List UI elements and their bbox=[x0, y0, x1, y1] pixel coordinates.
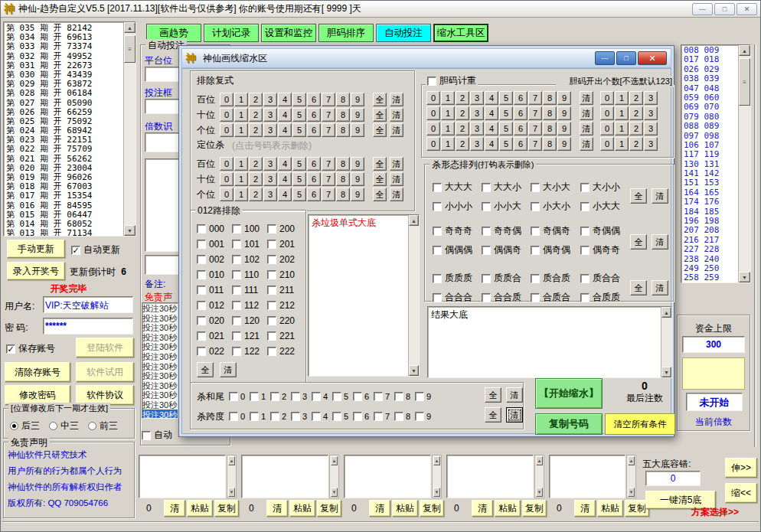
software-trial-button[interactable]: 软件试用 bbox=[76, 362, 134, 382]
username-field[interactable]: VIP:天空破解站 bbox=[43, 296, 133, 313]
position-kill-digit-button[interactable]: 9 bbox=[351, 188, 364, 201]
scroll-down-icon[interactable]: ▼ bbox=[661, 367, 671, 377]
danma-clear-button[interactable]: 清 bbox=[580, 91, 593, 105]
danma-digit-button[interactable]: 5 bbox=[499, 106, 513, 120]
exclude-digit-button[interactable]: 8 bbox=[336, 123, 350, 137]
draw-history-item[interactable]: 第 015 期 开 06447 bbox=[4, 209, 136, 218]
exclude-all-button[interactable]: 全 bbox=[373, 123, 387, 137]
danma-digit-button[interactable]: 9 bbox=[557, 106, 571, 120]
draw-history-item[interactable]: 第 029 期 开 63872 bbox=[4, 78, 136, 87]
danma-count-button[interactable]: 2 bbox=[629, 122, 643, 135]
route012-checkbox[interactable]: 001 bbox=[197, 237, 232, 252]
scroll-up-icon[interactable]: ▲ bbox=[124, 22, 136, 33]
danma-digit-button[interactable]: 0 bbox=[426, 122, 440, 135]
exclude-digit-button[interactable]: 4 bbox=[278, 108, 292, 122]
bet-log-item[interactable]: 投注30秒 bbox=[142, 332, 178, 342]
route012-checkbox[interactable]: 121 bbox=[232, 328, 267, 344]
danma-count-button[interactable]: 1 bbox=[615, 91, 629, 105]
position-kill-digit-button[interactable]: 7 bbox=[322, 157, 335, 171]
danma-digit-button[interactable]: 2 bbox=[456, 122, 469, 135]
exclude-digit-button[interactable]: 6 bbox=[307, 108, 321, 122]
draw-history-item[interactable]: 第 023 期 开 22151 bbox=[4, 134, 136, 143]
exclude-digit-button[interactable]: 0 bbox=[220, 123, 234, 137]
scroll-down-icon[interactable]: ▼ bbox=[124, 225, 136, 236]
position-kill-digit-button[interactable]: 1 bbox=[234, 172, 248, 186]
exclude-digit-button[interactable]: 3 bbox=[263, 108, 277, 122]
kill-digit-checkbox[interactable]: 4 bbox=[312, 392, 332, 401]
pattern-checkbox[interactable]: 合合合 bbox=[433, 291, 472, 304]
plan-select-link[interactable]: 方案选择>> bbox=[691, 506, 739, 519]
draw-history-item[interactable]: 第 018 期 开 67003 bbox=[4, 181, 136, 190]
danma-count-button[interactable]: 2 bbox=[629, 106, 643, 120]
danma-count-button[interactable]: 0 bbox=[600, 106, 614, 120]
span-clear-button[interactable]: 清 bbox=[506, 407, 523, 423]
base-clear-button[interactable]: 清 bbox=[574, 500, 596, 517]
exclude-digit-button[interactable]: 2 bbox=[249, 123, 263, 137]
bet-log-item[interactable]: 投注30秒 bbox=[142, 351, 178, 361]
pattern-checkbox[interactable]: 偶奇偶 bbox=[531, 243, 570, 256]
danma-digit-button[interactable]: 1 bbox=[441, 137, 455, 151]
route012-checkbox[interactable]: 222 bbox=[267, 344, 302, 359]
position-kill-digit-button[interactable]: 2 bbox=[249, 172, 263, 186]
draw-history-item[interactable]: 第 016 期 开 84595 bbox=[4, 200, 136, 209]
base-textarea[interactable] bbox=[241, 455, 328, 498]
pattern-checkbox[interactable]: 偶偶奇 bbox=[482, 243, 521, 256]
shrink-button[interactable]: 缩<< bbox=[725, 483, 757, 503]
scroll-up-icon[interactable]: ▲ bbox=[536, 456, 543, 465]
route012-checkbox[interactable]: 021 bbox=[197, 328, 232, 344]
close-icon[interactable]: ✕ bbox=[638, 51, 667, 65]
login-button[interactable]: 登陆软件 bbox=[76, 338, 134, 357]
danma-digit-button[interactable]: 1 bbox=[441, 122, 455, 135]
toolbar-button[interactable]: 缩水工具区 bbox=[433, 24, 488, 42]
base-paste-button[interactable]: 粘贴 bbox=[187, 500, 213, 517]
pattern-checkbox[interactable]: 合质合 bbox=[531, 291, 570, 304]
pattern-all-button[interactable]: 全 bbox=[630, 280, 647, 295]
pattern-checkbox[interactable]: 质质质 bbox=[433, 272, 472, 285]
kill-digit-checkbox[interactable]: 1 bbox=[250, 412, 270, 421]
draw-history-item[interactable]: 第 014 期 开 68052 bbox=[4, 218, 136, 227]
maximize-icon[interactable]: □ bbox=[714, 3, 735, 15]
toolbar-button[interactable]: 计划记录 bbox=[204, 24, 259, 42]
base-textarea[interactable] bbox=[446, 455, 534, 498]
draw-history-item[interactable]: 第 026 期 开 66259 bbox=[4, 106, 136, 116]
exclude-digit-button[interactable]: 6 bbox=[307, 93, 321, 106]
base-clear-button[interactable]: 清 bbox=[369, 500, 390, 517]
scroll-down-icon[interactable]: ▼ bbox=[331, 488, 338, 497]
danma-digit-button[interactable]: 6 bbox=[514, 91, 527, 105]
scroll-up-icon[interactable]: ▲ bbox=[228, 456, 235, 465]
exclude-digit-button[interactable]: 4 bbox=[278, 123, 292, 137]
position-radio[interactable]: 前三 bbox=[88, 419, 118, 432]
position-kill-all-button[interactable]: 全 bbox=[373, 188, 387, 201]
junk-base-textarea[interactable]: 杀垃圾单式大底 ▲ ▼ bbox=[308, 214, 420, 377]
position-kill-all-button[interactable]: 全 bbox=[373, 172, 387, 186]
multiplier-field[interactable] bbox=[145, 132, 180, 152]
exclude-digit-button[interactable]: 1 bbox=[234, 108, 248, 122]
danma-clear-button[interactable]: 清 bbox=[580, 122, 593, 135]
position-kill-clear-button[interactable]: 清 bbox=[390, 188, 403, 201]
danma-digit-button[interactable]: 5 bbox=[499, 91, 513, 105]
base-scrollbar[interactable]: ▲▼ bbox=[432, 455, 442, 498]
danma-digit-button[interactable]: 3 bbox=[470, 137, 484, 151]
route012-checkbox[interactable]: 120 bbox=[232, 313, 267, 328]
position-kill-digit-button[interactable]: 6 bbox=[307, 172, 321, 186]
danma-digit-button[interactable]: 9 bbox=[557, 122, 571, 135]
position-kill-digit-button[interactable]: 7 bbox=[322, 172, 335, 186]
exclude-digit-button[interactable]: 5 bbox=[292, 108, 306, 122]
route012-checkbox[interactable]: 022 bbox=[197, 344, 232, 359]
draw-history-item[interactable]: 第 020 期 开 23004 bbox=[4, 162, 136, 171]
betbox-field[interactable] bbox=[145, 99, 180, 114]
kill-digit-checkbox[interactable]: 0 bbox=[229, 392, 250, 401]
danma-count-button[interactable]: 1 bbox=[615, 106, 629, 120]
kill-digit-checkbox[interactable]: 2 bbox=[270, 392, 291, 401]
toolbar-button[interactable]: 自动投注 bbox=[376, 24, 431, 42]
danma-clear-button[interactable]: 清 bbox=[580, 106, 593, 120]
exclude-digit-button[interactable]: 4 bbox=[278, 93, 292, 106]
draw-history-listbox[interactable]: 第 035 期 开 82142第 034 期 开 69613第 033 期 开 … bbox=[3, 21, 136, 237]
scroll-down-icon[interactable]: ▼ bbox=[433, 488, 440, 497]
bet-log-item[interactable]: 投注30秒 bbox=[142, 361, 178, 371]
base-paste-button[interactable]: 粘贴 bbox=[495, 500, 521, 517]
kill-digit-checkbox[interactable]: 6 bbox=[353, 392, 374, 401]
position-kill-digit-button[interactable]: 7 bbox=[322, 188, 335, 201]
kill-digit-checkbox[interactable]: 7 bbox=[374, 392, 394, 401]
position-kill-digit-button[interactable]: 3 bbox=[263, 157, 277, 171]
